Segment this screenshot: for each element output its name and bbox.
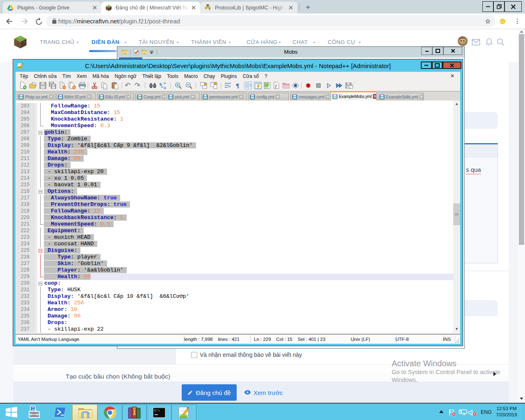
doc-tab-ExampleSkills.yml[interactable]: ExampleSkills.yml✕ <box>378 93 424 100</box>
macro-save-icon[interactable] <box>345 82 353 89</box>
doc-tab-close-icon[interactable]: ✕ <box>325 94 329 99</box>
doc-tab-Pháp sư.yml[interactable]: Pháp sư.yml✕ <box>17 93 55 100</box>
browser-tab-spigotmc[interactable]: ProtocolLib | SpigotMC - High Pe ✕ <box>200 2 297 14</box>
document-map-icon[interactable] <box>263 82 271 89</box>
tab-close-icon[interactable]: ✕ <box>288 5 294 11</box>
nav-item-6[interactable]: CHAT <box>292 39 308 45</box>
page-scrollbar[interactable] <box>518 29 525 403</box>
scroll-up-icon[interactable]: ▲ <box>453 100 460 107</box>
editor-line-225[interactable]: 225 Disguise: <box>16 247 453 254</box>
npp-menu-5[interactable]: Mã hóa <box>89 73 112 79</box>
editor-line-236[interactable]: 236 Drops: <box>16 320 453 326</box>
sync-vertical-icon[interactable] <box>200 82 208 89</box>
browser-minimize-button[interactable] <box>482 1 493 12</box>
explorer-close-button[interactable] <box>443 47 462 55</box>
browser-tab-minecraftvn[interactable]: Đăng chủ đề | Minecraft Việt Nam ✕ <box>101 2 200 14</box>
editor-scrollbar-thumb[interactable] <box>453 203 460 225</box>
editor-line-216[interactable]: 216 Options: <box>16 188 453 195</box>
editor-line-204[interactable]: 204 MaxCombatDistance: 15 <box>16 110 453 116</box>
doc-tab-Kiếm Sĩ.yml[interactable]: Kiếm Sĩ.yml✕ <box>56 93 96 100</box>
editor-scrollbar[interactable]: ▲ ▼ <box>453 100 460 333</box>
editor-line-223[interactable]: 223 - muxich HEAD <box>16 234 453 241</box>
doc-tab-close-icon[interactable]: ✕ <box>419 94 424 99</box>
copy-icon[interactable] <box>101 82 109 89</box>
nav-item-7[interactable]: CÔNG CỤ <box>328 39 355 45</box>
form-title-field[interactable] <box>462 112 498 129</box>
doc-tab-close-icon[interactable]: ✕ <box>162 94 165 99</box>
scroll-down-icon[interactable] <box>520 397 523 400</box>
redo-icon[interactable]: ↷ <box>134 82 142 89</box>
browser-restore-button[interactable] <box>493 1 504 12</box>
editor-line-218[interactable]: 218 PreventOtherDrops: true <box>16 201 453 208</box>
macro-play-icon[interactable] <box>325 82 333 89</box>
doc-tab-config.yml[interactable]: config.yml✕ <box>248 93 289 100</box>
url-text[interactable]: https://minecraftvn.net/plugin.f21/post-… <box>58 18 180 25</box>
scroll-up-icon[interactable] <box>520 30 523 33</box>
tray-clock[interactable]: 12:53 PM 7/20/2019 <box>494 406 519 418</box>
npp-menu-9[interactable]: Macro <box>181 73 201 79</box>
doc-tab-close-icon[interactable]: ✕ <box>373 94 377 99</box>
doc-tab-permissions.yml[interactable]: permissions.yml✕ <box>201 93 247 100</box>
npp-menu-4[interactable]: Xem <box>74 73 90 79</box>
language-indicator[interactable]: ENG <box>481 409 492 415</box>
npp-maximize-button[interactable] <box>432 62 443 69</box>
menu-dots-icon[interactable] <box>514 18 521 25</box>
menubar-close-icon[interactable]: ✕ <box>450 73 454 79</box>
doc-tab-close-icon[interactable]: ✕ <box>239 94 244 99</box>
npp-menu-2[interactable]: Chỉnh sửa <box>31 73 59 79</box>
editor-line-235[interactable]: 235 Damage: 90 <box>16 313 453 320</box>
npp-menu-6[interactable]: Ngôn ngữ <box>112 73 139 79</box>
macro-record-icon[interactable] <box>304 82 312 89</box>
preview-button[interactable]: Xem trước <box>244 384 283 401</box>
site-logo[interactable] <box>14 35 27 49</box>
search-icon[interactable] <box>496 37 505 47</box>
nav-item-4[interactable]: THÀNH VIÊN <box>191 39 226 45</box>
editor-line-230[interactable]: 230cuop: <box>16 280 453 287</box>
back-icon[interactable] <box>5 17 14 26</box>
tab-close-icon[interactable]: ✕ <box>91 5 98 11</box>
mail-icon[interactable] <box>471 37 481 47</box>
npp-close-button[interactable] <box>443 62 461 69</box>
explorer-minimize-button[interactable] <box>421 47 432 55</box>
doc-tab-messages.yml[interactable]: messages.yml✕ <box>290 93 329 100</box>
editor-line-208[interactable]: 208 Type: Zombie <box>16 136 453 142</box>
editor-line-207[interactable]: 207goblin: <box>16 129 453 136</box>
replace-icon[interactable]: ba <box>160 82 167 89</box>
doc-tab-Cung.yml[interactable]: Cung.yml✕ <box>135 93 165 100</box>
page-scrollbar-thumb[interactable] <box>519 34 524 245</box>
npp-menu-13[interactable]: ? <box>262 73 270 79</box>
editor-line-212[interactable]: 212 Drops: <box>16 162 453 169</box>
doc-tab-close-icon[interactable]: ✕ <box>49 94 54 99</box>
indent-guide-icon[interactable] <box>244 82 252 89</box>
editor-line-206[interactable]: 206 MovementSpeed: 0.3 <box>16 123 453 129</box>
nav-item-2[interactable]: DIỄN ĐÀN <box>91 39 119 45</box>
explorer-maximize-button[interactable] <box>432 47 443 55</box>
doc-tab-close-icon[interactable]: ✕ <box>275 94 280 99</box>
editor-line-211[interactable]: 211 Damage: 85 <box>16 155 453 162</box>
scroll-down-icon[interactable]: ▼ <box>453 326 460 333</box>
show-desktop-button[interactable] <box>523 404 525 420</box>
open-file-icon[interactable] <box>29 82 37 89</box>
doc-tab-Đấu Sĩ.yml[interactable]: Đấu Sĩ.yml✕ <box>97 93 134 100</box>
new-tab-button[interactable]: + <box>302 2 314 13</box>
notepadpp-editor[interactable]: 203 FollowRange: 15204 MaxCombatDistance… <box>16 100 460 333</box>
folder-workspace-icon[interactable] <box>282 82 290 89</box>
email-checkbox[interactable] <box>191 352 197 358</box>
editor-line-228[interactable]: 228 Player: '&a&lGoblin' <box>16 267 453 274</box>
editor-line-224[interactable]: 224 - cuocsat HAND <box>16 241 453 247</box>
cut-icon[interactable] <box>91 82 98 89</box>
undo-icon[interactable]: ↶ <box>124 82 132 89</box>
npp-menu-7[interactable]: Thiết lập <box>139 73 164 79</box>
function-list-icon[interactable]: f <box>273 82 281 89</box>
fold-margin[interactable] <box>37 188 44 195</box>
editor-line-226[interactable]: 226 Type: player <box>16 254 453 260</box>
forward-icon[interactable] <box>20 17 29 26</box>
notepadpp-titlebar[interactable]: C:\Users\Administrator\Desktop\Sever\plu… <box>13 59 463 72</box>
notepadpp-window[interactable]: C:\Users\Administrator\Desktop\Sever\plu… <box>13 59 463 346</box>
editor-line-205[interactable]: 205 KnockbackResistance: 1 <box>16 116 453 123</box>
editor-line-232[interactable]: 232 Display: '&f&l[&c&l Cấp 10 &f&l] &6&… <box>16 293 453 300</box>
close-file-icon[interactable] <box>59 82 66 89</box>
bell-icon[interactable] <box>484 37 494 47</box>
sync-horizontal-icon[interactable] <box>210 82 218 89</box>
editor-line-210[interactable]: 210 Health: 230 <box>16 149 453 155</box>
